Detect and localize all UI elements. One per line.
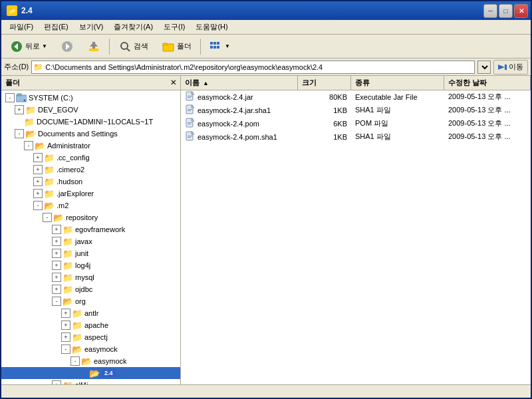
expand-system[interactable]: - xyxy=(5,93,15,102)
expand-dev-egov[interactable]: + xyxy=(15,105,24,114)
tree-item-easymock-child[interactable]: - 📂 easymock xyxy=(1,355,180,367)
tree-label-m2: .m2 xyxy=(57,201,68,209)
sort-arrow: ▲ xyxy=(203,80,209,86)
tree-item-dev-egov[interactable]: + 📁 DEV_EGOV xyxy=(1,104,180,116)
tree-item-slf4j[interactable]: + 📁 slf4j xyxy=(1,379,180,384)
expand-cimero2[interactable]: + xyxy=(33,165,43,174)
svg-rect-15 xyxy=(213,46,216,49)
address-dropdown[interactable] xyxy=(477,61,491,74)
menu-favorites[interactable]: 즐겨찾기(A) xyxy=(108,21,158,33)
folder-button[interactable]: 폴더 xyxy=(156,37,198,56)
menu-view[interactable]: 보기(V) xyxy=(74,21,109,33)
expand-hudson[interactable]: + xyxy=(33,177,43,186)
expand-administrator[interactable]: - xyxy=(24,141,33,150)
svg-rect-25 xyxy=(188,97,191,98)
menu-file[interactable]: 파일(F) xyxy=(4,21,39,33)
expand-log4j[interactable]: + xyxy=(52,261,61,270)
up-button[interactable] xyxy=(81,37,106,56)
tree-label-cc-config: .cc_config xyxy=(57,154,90,162)
expand-jarexplorer[interactable]: + xyxy=(33,189,43,198)
expand-docs-settings[interactable]: - xyxy=(15,129,24,138)
col-header-date[interactable]: 수정한 날짜 xyxy=(444,76,531,90)
tree-item-docs-settings[interactable]: - 📂 Documents and Settings xyxy=(1,128,180,140)
expand-ojdbc[interactable]: + xyxy=(52,285,61,294)
tree-item-javax[interactable]: + 📁 javax xyxy=(1,235,180,247)
system-drive-icon xyxy=(16,93,27,102)
tree-item-mysql[interactable]: + 📁 mysql xyxy=(1,271,180,283)
go-button[interactable]: 이동 xyxy=(493,60,528,74)
tree-label-antlr: antlr xyxy=(84,309,98,317)
expand-mysql[interactable]: + xyxy=(52,273,61,282)
expand-aspectj[interactable]: + xyxy=(61,332,70,342)
tree-item-junit[interactable]: + 📁 junit xyxy=(1,247,180,259)
back-dropdown-icon[interactable]: ▼ xyxy=(42,43,47,49)
tree-item-m2[interactable]: - 📂 .m2 xyxy=(1,200,180,211)
back-button[interactable]: 뒤로 ▼ xyxy=(4,37,53,56)
svg-point-21 xyxy=(24,100,26,102)
expand-antlr[interactable]: + xyxy=(61,309,70,318)
expand-junit[interactable]: + xyxy=(52,249,61,258)
tree-item-administrator[interactable]: - 📂 Administrator xyxy=(1,140,180,152)
folder-icon-docume: 📁 xyxy=(24,117,35,126)
file-row[interactable]: easymock-2.4.jar 80KB Executable Jar Fil… xyxy=(181,90,531,104)
maximize-button[interactable]: □ xyxy=(499,4,513,18)
search-icon xyxy=(118,40,132,53)
view-dropdown-icon[interactable]: ▼ xyxy=(225,43,230,49)
tree-item-v24[interactable]: 📂 2.4 xyxy=(1,367,180,379)
col-header-size[interactable]: 크기 xyxy=(298,76,351,90)
menu-tools[interactable]: 도구(I) xyxy=(158,21,190,33)
tree-label-aspectj: aspectj xyxy=(84,333,108,341)
menu-edit[interactable]: 편집(E) xyxy=(39,21,74,33)
tree-item-repository[interactable]: - 📂 repository xyxy=(1,211,180,223)
expand-cc-config[interactable]: + xyxy=(33,153,43,162)
file-row[interactable]: easymock-2.4.pom.sha1 1KB SHA1 파일 2009-0… xyxy=(181,130,531,144)
tree-item-easymock-parent[interactable]: - 📂 easymock xyxy=(1,343,180,355)
col-header-name[interactable]: 이름 ▲ xyxy=(181,76,298,90)
expand-repository[interactable]: - xyxy=(43,213,52,222)
col-header-type[interactable]: 종류 xyxy=(351,76,444,90)
tree-item-antlr[interactable]: + 📁 antlr xyxy=(1,307,180,319)
expand-org[interactable]: - xyxy=(52,297,61,306)
address-input[interactable] xyxy=(45,63,473,71)
tree-label-hudson: .hudson xyxy=(57,178,82,186)
expand-javax[interactable]: + xyxy=(52,237,61,246)
tree-item-docume[interactable]: 📁 DOCUME~1ADMINI~1LOCALS~1T xyxy=(1,116,180,128)
search-button[interactable]: 검색 xyxy=(112,37,154,56)
svg-rect-20 xyxy=(17,94,21,96)
menu-help[interactable]: 도움말(H) xyxy=(190,21,233,33)
folder-panel-close[interactable]: ✕ xyxy=(170,78,176,87)
expand-m2[interactable]: - xyxy=(33,201,43,210)
folder-tree[interactable]: - SYSTEM (C:) + 📁 DEV_EGOV 📁 DOCUME~1A xyxy=(1,90,180,384)
go-arrow-icon xyxy=(498,63,507,72)
folder-panel: 폴더 ✕ - SYSTEM (C:) + 📁 DEV_EGOV xyxy=(1,76,181,384)
close-button[interactable]: ✕ xyxy=(514,4,528,18)
minimize-button[interactable]: ─ xyxy=(483,4,497,18)
tree-label-easymock-parent: easymock xyxy=(84,345,118,353)
file-row[interactable]: easymock-2.4.jar.sha1 1KB SHA1 파일 2009-0… xyxy=(181,104,531,117)
tree-item-hudson[interactable]: + 📁 .hudson xyxy=(1,176,180,188)
tree-item-apache[interactable]: + 📁 apache xyxy=(1,319,180,331)
tree-item-jarexplorer[interactable]: + 📁 .jarExplorer xyxy=(1,188,180,200)
expand-easymock-child[interactable]: - xyxy=(70,356,80,366)
tree-item-cc-config[interactable]: + 📁 .cc_config xyxy=(1,152,180,164)
tree-item-log4j[interactable]: + 📁 log4j xyxy=(1,259,180,271)
folder-icon-hudson: 📁 xyxy=(44,177,55,186)
tree-item-aspectj[interactable]: + 📁 aspectj xyxy=(1,331,180,343)
file-type-0: Executable Jar File xyxy=(351,92,444,102)
expand-egovframework[interactable]: + xyxy=(52,225,61,234)
expand-apache[interactable]: + xyxy=(61,321,70,330)
tree-item-system[interactable]: - SYSTEM (C:) xyxy=(1,92,180,104)
tree-item-egovframework[interactable]: + 📁 egovframework xyxy=(1,223,180,235)
tree-item-cimero2[interactable]: + 📁 .cimero2 xyxy=(1,164,180,176)
tree-item-ojdbc[interactable]: + 📁 ojdbc xyxy=(1,283,180,295)
tree-item-org[interactable]: - 📂 org xyxy=(1,295,180,307)
svg-rect-32 xyxy=(188,122,192,123)
expand-easymock-parent[interactable]: - xyxy=(61,344,70,354)
svg-rect-37 xyxy=(188,137,191,138)
forward-icon xyxy=(61,40,74,53)
forward-button[interactable] xyxy=(55,37,80,56)
view-button[interactable]: ▼ xyxy=(203,37,236,56)
file-row[interactable]: easymock-2.4.pom 6KB POM 파일 2009-05-13 오… xyxy=(181,117,531,130)
main-window: 📁 2.4 ─ □ ✕ 파일(F) 편집(E) 보기(V) 즐겨찾기(A) 도구… xyxy=(0,0,532,399)
folder-panel-header: 폴더 ✕ xyxy=(1,76,180,90)
